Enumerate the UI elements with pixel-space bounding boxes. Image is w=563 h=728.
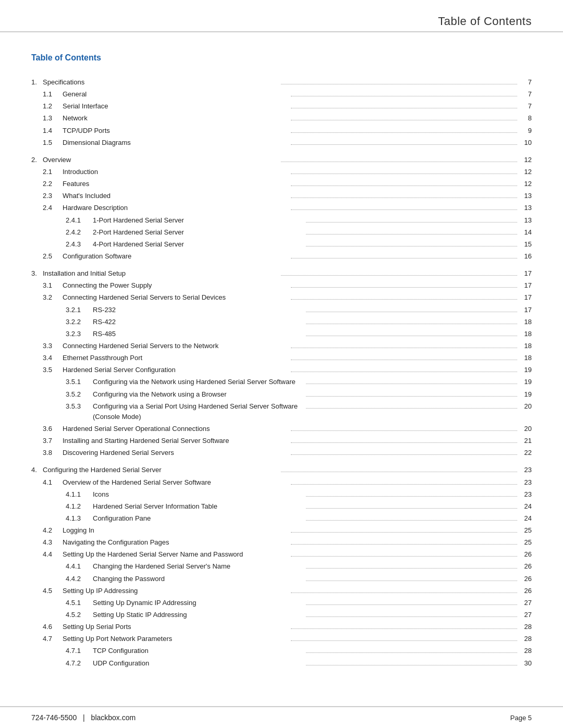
toc-number: 4.4.2 bbox=[66, 574, 93, 584]
toc-dots bbox=[291, 258, 517, 258]
toc-page: 23 bbox=[519, 465, 532, 475]
toc-dots bbox=[306, 312, 517, 312]
toc-dots bbox=[281, 84, 517, 84]
toc-page: 28 bbox=[519, 646, 532, 656]
toc-number: 4.6 bbox=[43, 622, 63, 632]
toc-text: TCP Configuration bbox=[93, 646, 304, 656]
toc-number: 1.5 bbox=[43, 138, 63, 148]
toc-dots bbox=[306, 384, 517, 384]
toc-item: 2.4.22-Port Hardened Serial Server14 bbox=[31, 227, 532, 238]
toc-text: Navigating the Configuration Pages bbox=[63, 537, 289, 548]
toc-text: Connecting Hardened Serial Servers to th… bbox=[63, 341, 289, 351]
toc-page: 22 bbox=[519, 448, 532, 458]
toc-item: 4.2Logging In25 bbox=[31, 525, 532, 536]
toc-item: 1.3Network8 bbox=[31, 113, 532, 124]
toc-item: 3.2.2RS-42218 bbox=[31, 317, 532, 327]
toc-number: 4.1.3 bbox=[66, 513, 93, 524]
toc-item: 3.2Connecting Hardened Serial Servers to… bbox=[31, 292, 532, 303]
toc-number: 3.7 bbox=[43, 436, 63, 446]
toc-dots bbox=[291, 144, 517, 145]
toc-page: 19 bbox=[519, 365, 532, 375]
toc-dots bbox=[306, 234, 517, 235]
toc-dots bbox=[291, 556, 517, 557]
toc-text: Features bbox=[63, 179, 289, 189]
toc-item: 4.7Setting Up Port Network Parameters28 bbox=[31, 634, 532, 644]
toc-text: Icons bbox=[93, 489, 304, 500]
toc-text: Configuration Software bbox=[63, 251, 289, 262]
toc-item: 4.4.2Changing the Password26 bbox=[31, 574, 532, 584]
toc-page: 13 bbox=[519, 203, 532, 213]
toc-dots bbox=[306, 496, 517, 497]
toc-dots bbox=[291, 544, 517, 545]
toc-text: RS-232 bbox=[93, 305, 304, 315]
toc-number: 1.3 bbox=[43, 113, 63, 124]
toc-number: 4.1.1 bbox=[66, 489, 93, 500]
toc-item: 2.2Features12 bbox=[31, 179, 532, 189]
toc-page: 19 bbox=[519, 377, 532, 387]
toc-page: 15 bbox=[519, 239, 532, 250]
toc-dots bbox=[306, 396, 517, 397]
toc-item: 3.4Ethernet Passthrough Port18 bbox=[31, 353, 532, 363]
toc-page: 12 bbox=[519, 155, 532, 165]
toc-text: TCP/UDP Ports bbox=[63, 126, 289, 136]
toc-item: 4.1.1Icons23 bbox=[31, 489, 532, 500]
toc-text: UDP Configuration bbox=[93, 658, 304, 669]
toc-number: 2.4.3 bbox=[66, 239, 93, 250]
toc-number: 3. bbox=[31, 268, 43, 279]
main-content: Table of Contents 1.Specifications71.1Ge… bbox=[0, 32, 563, 712]
toc-number: 4.4 bbox=[43, 549, 63, 560]
toc-dots bbox=[291, 132, 517, 133]
toc-text: 4-Port Hardened Serial Server bbox=[93, 239, 304, 250]
toc-dots bbox=[291, 198, 517, 198]
toc-number: 3.6 bbox=[43, 424, 63, 434]
toc-dots bbox=[281, 275, 517, 276]
toc-heading: Table of Contents bbox=[31, 53, 532, 63]
toc-text: Introduction bbox=[63, 167, 289, 177]
toc-page: 20 bbox=[519, 424, 532, 434]
toc-dots bbox=[291, 628, 517, 629]
toc-page: 19 bbox=[519, 389, 532, 400]
toc-dots bbox=[306, 520, 517, 521]
toc-page: 21 bbox=[519, 436, 532, 446]
toc-item: 4.5.1Setting Up Dynamic IP Addressing27 bbox=[31, 598, 532, 608]
toc-dots bbox=[306, 324, 517, 324]
toc-spacer bbox=[31, 263, 532, 268]
toc-text: 2-Port Hardened Serial Server bbox=[93, 227, 304, 238]
toc-page: 27 bbox=[519, 598, 532, 608]
toc-text: Setting Up Static IP Addressing bbox=[93, 610, 304, 620]
toc-page: 7 bbox=[519, 77, 532, 88]
toc-item: 2.4Hardware Description13 bbox=[31, 203, 532, 213]
toc-dots bbox=[291, 430, 517, 431]
toc-text: Setting Up the Hardened Serial Server Na… bbox=[63, 549, 289, 560]
footer-page-number: Page 5 bbox=[510, 714, 532, 722]
toc-number: 3.2.1 bbox=[66, 305, 93, 315]
toc-text: Overview of the Hardened Serial Server S… bbox=[63, 477, 289, 488]
toc-page: 27 bbox=[519, 610, 532, 620]
toc-dots bbox=[291, 348, 517, 348]
toc-number: 4. bbox=[31, 465, 43, 475]
header-title: Table of Contents bbox=[438, 15, 532, 28]
toc-text: Hardened Serial Server Configuration bbox=[63, 365, 289, 375]
toc-page: 26 bbox=[519, 561, 532, 572]
toc-dots bbox=[306, 568, 517, 569]
toc-item: 4.6Setting Up Serial Ports28 bbox=[31, 622, 532, 632]
toc-page: 26 bbox=[519, 586, 532, 596]
toc-item: 1.Specifications7 bbox=[31, 77, 532, 88]
toc-page: 20 bbox=[519, 401, 532, 412]
toc-text: Hardened Serial Server Operational Conne… bbox=[63, 424, 289, 434]
toc-text: Installation and Initial Setup bbox=[43, 268, 279, 279]
toc-dots bbox=[291, 186, 517, 186]
toc-text: Installing and Starting Hardened Serial … bbox=[63, 436, 289, 446]
toc-text: Connecting the Power Supply bbox=[63, 280, 289, 291]
toc-text: Ethernet Passthrough Port bbox=[63, 353, 289, 363]
toc-dots bbox=[306, 616, 517, 617]
toc-dots bbox=[291, 96, 517, 96]
page-header: Table of Contents bbox=[0, 0, 563, 32]
toc-number: 4.7 bbox=[43, 634, 63, 644]
toc-text: Configuring via the Network using a Brow… bbox=[93, 389, 304, 400]
toc-dots bbox=[291, 593, 517, 593]
toc-text: Setting Up IP Addressing bbox=[63, 586, 289, 596]
toc-page: 7 bbox=[519, 89, 532, 100]
toc-number: 3.5.2 bbox=[66, 389, 93, 400]
toc-dots bbox=[291, 640, 517, 641]
